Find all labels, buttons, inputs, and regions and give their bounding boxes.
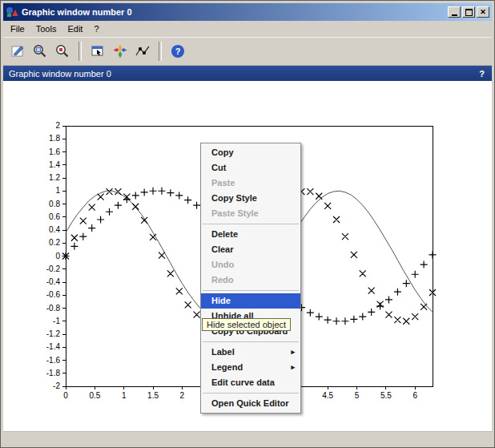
y-tick-label: 0.6 — [49, 212, 60, 221]
menu-item-label: Redo — [211, 272, 234, 288]
x-tick-label: 1 — [122, 391, 127, 400]
menu-item-label: Paste Style — [211, 206, 259, 221]
ged-button[interactable] — [87, 40, 109, 63]
svg-text:?: ? — [175, 46, 181, 56]
y-tick-label: 0.8 — [49, 200, 60, 208]
menu-item-paste: Paste — [201, 176, 300, 191]
menu-item-label: Clear — [211, 242, 234, 257]
menu-item-copy-style[interactable]: Copy Style — [201, 191, 300, 206]
minimize-icon — [452, 9, 457, 16]
menu-separator — [203, 341, 299, 342]
minimize-button[interactable] — [448, 6, 461, 18]
maximize-button[interactable] — [462, 6, 475, 18]
close-icon: ✕ — [480, 9, 486, 16]
app-window: Graphic window number 0 ✕ File Tools Edi… — [0, 0, 495, 448]
y-tick-label: -1 — [53, 317, 60, 325]
context-menu: CopyCutPasteCopy StylePaste StyleDeleteC… — [200, 143, 301, 414]
x-tick-label: 5.5 — [380, 391, 392, 400]
submenu-arrow-icon: ▸ — [291, 360, 295, 375]
menu-separator — [203, 290, 299, 291]
y-tick-label: 0.2 — [49, 238, 60, 247]
window-controls: ✕ — [448, 6, 489, 18]
export-icon — [10, 43, 26, 59]
y-tick-label: -1.4 — [46, 342, 61, 351]
app-icon — [6, 6, 18, 18]
y-tick-label: 1.6 — [49, 147, 60, 156]
y-tick-label: 2 — [55, 121, 60, 130]
menu-item-copy[interactable]: Copy — [201, 145, 300, 160]
y-tick-label: -1.2 — [46, 329, 61, 338]
menu-item-delete[interactable]: Delete — [201, 227, 300, 242]
menu-item-legend[interactable]: Legend▸ — [201, 360, 300, 375]
y-tick-label: -0.2 — [46, 264, 61, 273]
plot-canvas[interactable]: 00.511.522.533.544.555.5621.81.61.41.210… — [3, 81, 492, 431]
title-bar[interactable]: Graphic window number 0 ✕ — [3, 3, 492, 21]
y-tick-label: -0.6 — [46, 290, 61, 299]
ged-icon — [90, 43, 106, 59]
dock-title: Graphic window number 0 — [9, 69, 477, 79]
menu-item-open-quick-editor[interactable]: Open Quick Editor — [201, 396, 300, 411]
y-tick-label: 1.8 — [49, 134, 60, 143]
toolbar-separator — [159, 42, 162, 61]
reset-zoom-icon — [54, 43, 70, 59]
x-tick-label: 0.5 — [89, 391, 100, 400]
menu-item-cut[interactable]: Cut — [201, 160, 300, 176]
x-tick-label: 6 — [412, 391, 417, 400]
menu-file[interactable]: File — [5, 22, 30, 35]
datatips-button[interactable] — [131, 40, 154, 63]
y-tick-label: 1.4 — [49, 160, 60, 169]
window-title: Graphic window number 0 — [22, 7, 445, 17]
y-tick-label: -1.6 — [46, 356, 61, 365]
y-tick-label: -1.8 — [46, 369, 61, 377]
menu-item-label: Label — [211, 345, 235, 360]
y-tick-label: 0.4 — [49, 225, 60, 234]
menu-item-label: Legend — [211, 360, 243, 375]
dock-help-button[interactable]: ? — [477, 69, 486, 79]
export-button[interactable] — [6, 40, 29, 63]
menu-item-label: Cut — [211, 160, 226, 176]
zoom-area-button[interactable] — [29, 40, 51, 63]
y-tick-label: -2 — [53, 381, 60, 390]
menu-separator — [203, 224, 299, 224]
menu-item-label: Paste — [211, 176, 235, 191]
y-tick-label: 1 — [55, 186, 60, 195]
maximize-icon — [465, 9, 473, 16]
reset-zoom-button[interactable] — [51, 40, 74, 63]
menu-item-label: Copy Style — [211, 191, 257, 206]
menu-item-label: Copy — [211, 145, 234, 160]
help-button[interactable]: ? — [167, 40, 189, 63]
menu-item-label: Hide — [211, 293, 231, 309]
menu-edit[interactable]: Edit — [62, 22, 88, 35]
toolbar-separator — [78, 42, 82, 61]
menu-help[interactable]: ? — [88, 22, 104, 35]
y-tick-label: -0.4 — [46, 277, 61, 286]
menu-bar: File Tools Edit ? — [3, 21, 492, 37]
dock-header: Graphic window number 0 ? — [3, 66, 492, 81]
menu-separator — [203, 393, 299, 394]
x-tick-label: 1.5 — [147, 391, 159, 400]
y-tick-label: -0.8 — [46, 304, 61, 313]
menu-item-paste-style: Paste Style — [201, 206, 300, 221]
y-tick-label: 1.2 — [49, 173, 60, 182]
datatips-icon — [135, 43, 151, 59]
menu-item-redo: Redo — [201, 272, 300, 288]
menu-item-hide[interactable]: Hide — [201, 293, 300, 309]
status-bar — [3, 431, 492, 447]
menu-item-label: Edit curve data — [211, 375, 275, 390]
tooltip: Hide selected object — [202, 318, 291, 331]
figure-properties-button[interactable] — [109, 40, 131, 63]
menu-item-label: Delete — [211, 227, 238, 242]
menu-tools[interactable]: Tools — [30, 22, 62, 35]
menu-item-clear[interactable]: Clear — [201, 242, 300, 257]
x-tick-label: 2 — [180, 391, 185, 400]
submenu-arrow-icon: ▸ — [291, 345, 295, 360]
menu-item-edit-curve-data[interactable]: Edit curve data — [201, 375, 300, 390]
x-tick-label: 4.5 — [322, 391, 333, 400]
y-tick-label: 0 — [55, 252, 60, 260]
menu-item-label[interactable]: Label▸ — [201, 345, 300, 360]
menu-item-label: Undo — [211, 257, 234, 272]
figure-properties-icon — [112, 43, 128, 59]
menu-item-label: Open Quick Editor — [211, 396, 289, 411]
help-icon: ? — [170, 43, 186, 59]
close-button[interactable]: ✕ — [477, 6, 489, 18]
